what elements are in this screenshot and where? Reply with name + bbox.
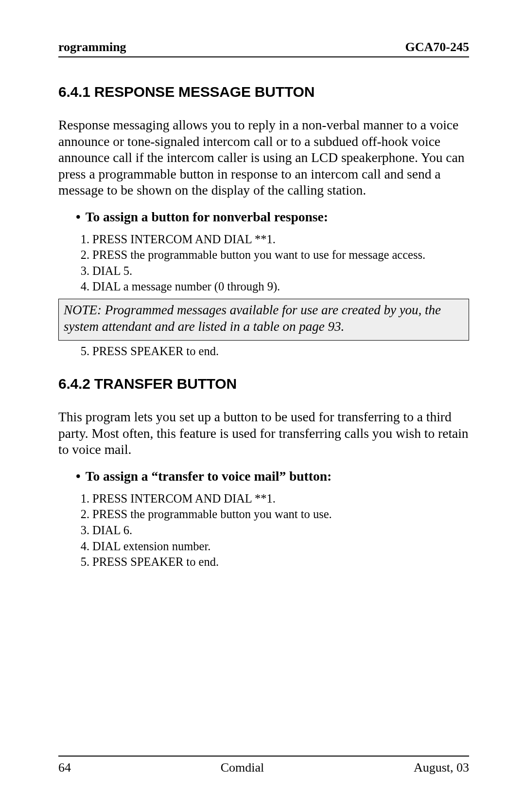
list-item: 5.PRESS SPEAKER to end. [76,343,469,360]
step-number: 3. [76,523,89,539]
section-heading-1: 6.4.1 RESPONSE MESSAGE BUTTON [58,84,469,100]
step-number: 1. [76,491,89,507]
step-text: PRESS the programmable button you want t… [92,506,332,523]
section1-bullet: • To assign a button for nonverbal respo… [76,209,469,225]
list-item: 3.DIAL 5. [76,263,469,279]
step-number: 1. [76,232,89,248]
step-text: DIAL extension number. [92,539,210,555]
step-text: PRESS SPEAKER to end. [92,343,219,360]
section1-bullet-text: To assign a button for nonverbal respons… [86,209,328,225]
list-item: 1.PRESS INTERCOM AND DIAL **1. [76,491,469,507]
list-item: 2.PRESS the programmable button you want… [76,247,469,263]
page-header: rogramming GCA70-245 [58,40,469,57]
header-left: rogramming [58,40,126,54]
list-item: 4.DIAL extension number. [76,539,469,555]
section2-bullet-text: To assign a “transfer to voice mail” but… [86,469,332,484]
step-number: 4. [76,539,89,555]
step-number: 3. [76,263,89,279]
footer-date: August, 03 [414,760,469,775]
footer-page-number: 64 [58,760,71,775]
step-number: 4. [76,279,89,295]
section1-paragraph: Response messaging allows you to reply i… [58,117,469,198]
list-item: 3.DIAL 6. [76,523,469,539]
section2-paragraph: This program lets you set up a button to… [58,409,469,458]
step-number: 2. [76,506,89,523]
section1-steps-b: 5.PRESS SPEAKER to end. [76,343,469,360]
header-right: GCA70-245 [405,40,469,54]
step-text: DIAL 6. [92,523,132,539]
step-number: 5. [76,554,89,570]
section1-steps-a: 1.PRESS INTERCOM AND DIAL **1.2.PRESS th… [76,232,469,295]
list-item: 2.PRESS the programmable button you want… [76,506,469,523]
section-heading-2: 6.4.2 TRANSFER BUTTON [58,376,469,392]
step-text: PRESS SPEAKER to end. [92,554,219,570]
bullet-icon: • [76,209,81,225]
list-item: 4.DIAL a message number (0 through 9). [76,279,469,295]
section2-bullet: • To assign a “transfer to voice mail” b… [76,469,469,484]
list-item: 1.PRESS INTERCOM AND DIAL **1. [76,232,469,248]
bullet-icon: • [76,469,81,484]
step-text: DIAL a message number (0 through 9). [92,279,280,295]
page-footer: 64 Comdial August, 03 [58,756,469,775]
step-number: 5. [76,343,89,360]
step-number: 2. [76,247,89,263]
step-text: DIAL 5. [92,263,132,279]
section2-steps: 1.PRESS INTERCOM AND DIAL **1.2.PRESS th… [76,491,469,570]
list-item: 5.PRESS SPEAKER to end. [76,554,469,570]
footer-rule [58,756,469,757]
step-text: PRESS the programmable button you want t… [92,247,425,263]
step-text: PRESS INTERCOM AND DIAL **1. [92,491,276,507]
note-box: NOTE: Programmed messages available for … [58,299,469,341]
step-text: PRESS INTERCOM AND DIAL **1. [92,232,276,248]
document-page: rogramming GCA70-245 6.4.1 RESPONSE MESS… [0,0,525,812]
footer-center: Comdial [221,760,264,775]
